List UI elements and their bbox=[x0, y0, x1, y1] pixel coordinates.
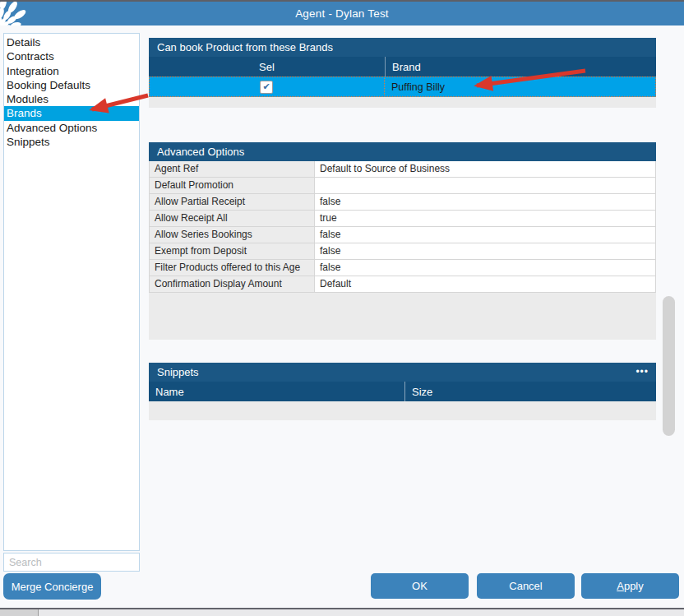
advanced-option-label: Allow Receipt All bbox=[150, 211, 315, 226]
advanced-option-value[interactable]: false bbox=[315, 227, 655, 243]
advanced-option-label: Default Promotion bbox=[150, 178, 315, 193]
column-header-name: Name bbox=[149, 382, 405, 401]
advanced-option-label: Allow Partial Receipt bbox=[150, 194, 315, 210]
advanced-option-label: Agent Ref bbox=[150, 161, 315, 177]
advanced-option-value[interactable]: Default to Source of Business bbox=[315, 161, 655, 177]
advanced-option-value[interactable]: Default bbox=[315, 276, 655, 292]
advanced-option-value[interactable]: false bbox=[315, 243, 655, 259]
bottom-strip bbox=[0, 609, 684, 616]
advanced-option-row: Allow Partial Receiptfalse bbox=[149, 194, 656, 211]
window-title: Agent - Dylan Test bbox=[295, 7, 389, 20]
sidebar-item-booking-defaults[interactable]: Booking Defaults bbox=[4, 78, 139, 92]
advanced-options-title: Advanced Options bbox=[157, 142, 656, 161]
advanced-option-value[interactable]: true bbox=[315, 211, 655, 226]
advanced-options-header: Advanced Options bbox=[149, 142, 656, 161]
merge-concierge-button[interactable]: Merge Concierge bbox=[3, 573, 101, 600]
snippets-section: Snippets ••• Name Size bbox=[149, 363, 656, 420]
advanced-option-row: Exempt from Depositfalse bbox=[149, 243, 656, 260]
brand-row[interactable]: ✔Puffing Billy bbox=[149, 76, 656, 97]
brands-section-title: Can book Product from these Brands bbox=[157, 38, 656, 57]
app-logo-icon bbox=[0, 2, 53, 25]
brand-checkbox[interactable]: ✔ bbox=[260, 81, 273, 94]
apply-button[interactable]: Apply bbox=[581, 573, 679, 599]
agent-dialog-window: Agent - Dylan Test DetailsContractsInteg… bbox=[0, 0, 684, 616]
snippets-title: Snippets bbox=[157, 363, 635, 382]
sidebar-item-details[interactable]: Details bbox=[4, 35, 139, 49]
advanced-option-label: Allow Series Bookings bbox=[150, 227, 315, 243]
advanced-option-value[interactable]: false bbox=[315, 194, 655, 210]
advanced-option-row: Filter Products offered to this Agefalse bbox=[149, 260, 656, 276]
snippets-grid-empty-area bbox=[149, 401, 656, 420]
advanced-option-row: Allow Receipt Alltrue bbox=[149, 211, 656, 227]
column-header-size: Size bbox=[405, 382, 656, 401]
sidebar-nav: DetailsContractsIntegrationBooking Defau… bbox=[3, 33, 140, 551]
brand-name-cell[interactable]: Puffing Billy bbox=[385, 81, 656, 93]
column-header-sel: Sel bbox=[149, 61, 385, 73]
advanced-option-row: Confirmation Display AmountDefault bbox=[149, 276, 656, 293]
sidebar-item-modules[interactable]: Modules bbox=[4, 92, 139, 106]
brand-sel-cell[interactable]: ✔ bbox=[149, 76, 385, 97]
advanced-option-label: Exempt from Deposit bbox=[150, 243, 315, 259]
advanced-option-label: Filter Products offered to this Age bbox=[150, 260, 315, 276]
bottom-strip-left bbox=[0, 609, 39, 616]
sidebar-item-integration[interactable]: Integration bbox=[4, 64, 139, 78]
sidebar-item-contracts[interactable]: Contracts bbox=[4, 49, 139, 63]
cancel-button[interactable]: Cancel bbox=[477, 573, 575, 599]
advanced-option-row: Allow Series Bookingsfalse bbox=[149, 227, 656, 243]
advanced-option-label: Confirmation Display Amount bbox=[150, 276, 315, 292]
advanced-option-row: Agent RefDefault to Source of Business bbox=[149, 161, 656, 178]
ok-button[interactable]: OK bbox=[371, 573, 469, 599]
snippets-header: Snippets ••• bbox=[149, 363, 656, 382]
advanced-option-value[interactable]: false bbox=[315, 260, 655, 276]
sidebar-item-brands[interactable]: Brands bbox=[4, 106, 139, 120]
column-header-brand: Brand bbox=[385, 57, 656, 76]
scrollbar-thumb[interactable] bbox=[663, 296, 675, 436]
brands-section: Can book Product from these Brands Sel B… bbox=[149, 38, 656, 108]
title-bar: Agent - Dylan Test bbox=[0, 2, 684, 25]
sidebar-item-advanced-options[interactable]: Advanced Options bbox=[4, 121, 139, 135]
brands-column-header: Sel Brand bbox=[149, 57, 656, 76]
snippets-column-header: Name Size bbox=[149, 382, 656, 401]
sidebar-item-snippets[interactable]: Snippets bbox=[4, 135, 139, 149]
advanced-option-row: Default Promotion bbox=[149, 178, 656, 194]
search-input[interactable] bbox=[3, 553, 140, 572]
snippets-menu-icon[interactable]: ••• bbox=[635, 363, 656, 382]
brands-grid-empty-area bbox=[149, 97, 656, 108]
advanced-option-value[interactable] bbox=[315, 178, 655, 193]
advanced-options-section: Advanced Options Agent RefDefault to Sou… bbox=[149, 142, 656, 340]
brands-section-header: Can book Product from these Brands bbox=[149, 38, 656, 57]
advanced-options-empty-area bbox=[149, 293, 656, 340]
